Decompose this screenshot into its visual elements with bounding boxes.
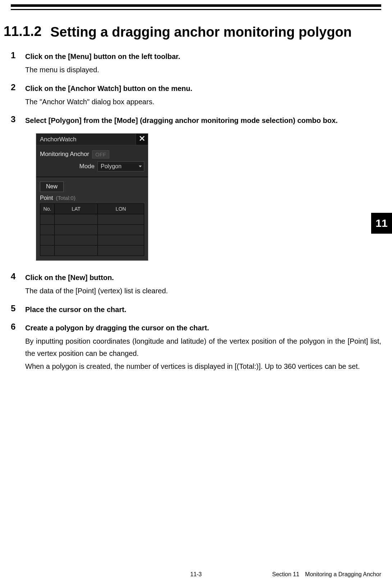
step: 1 Click on the [Menu] button on the left… [11,50,381,76]
anchor-watch-dialog-figure: AnchorWatch Monitoring Anchor OFF Mode P… [36,133,381,261]
dialog-titlebar: AnchorWatch [36,134,148,145]
point-table: No. LAT LON [40,203,144,256]
step-number: 4 [11,271,25,281]
chevron-down-icon [139,165,142,167]
point-label: Point [40,195,53,201]
step-title: Place the cursor on the chart. [25,304,381,315]
step: 5 Place the cursor on the chart. [11,303,381,315]
step-number: 5 [11,303,25,313]
monitoring-anchor-label: Monitoring Anchor [40,151,89,158]
close-icon [139,136,145,143]
step-desc: The "Anchor Watch" dialog box appears. [25,96,381,108]
step-number: 3 [11,114,25,124]
step-title: Create a polygon by dragging the cursor … [25,322,381,334]
table-row[interactable] [40,245,144,256]
page-footer: 11-3 Section 11 Monitoring a Dragging An… [0,571,392,578]
table-row[interactable] [40,214,144,224]
step-title: Select [Polygon] from the [Mode] (draggi… [25,115,381,126]
table-row[interactable] [40,224,144,235]
anchor-watch-dialog: AnchorWatch Monitoring Anchor OFF Mode P… [36,133,148,261]
section-label: Section 11 Monitoring a Dragging Anchor [272,571,381,578]
section-heading: 11.1.2 Setting a dragging anchor monitor… [4,24,381,41]
sub-rule [11,9,381,10]
step-number: 6 [11,322,25,332]
chapter-tab: 11 [371,213,392,234]
heading-text: Setting a dragging anchor monitoring pol… [50,24,352,41]
table-row[interactable] [40,235,144,245]
col-lat: LAT [55,203,98,214]
point-total: (Total:0) [56,195,75,201]
new-button[interactable]: New [40,182,64,192]
page-number: 11-3 [190,571,202,578]
step-desc: When a polygon is created, the number of… [25,360,381,372]
monitoring-anchor-toggle[interactable]: OFF [92,150,109,159]
step-title: Click on the [New] button. [25,272,381,283]
col-no: No. [40,203,55,214]
dialog-title: AnchorWatch [36,134,136,145]
step: 2 Click on the [Anchor Watch] button on … [11,82,381,108]
step-desc: The data of the [Point] (vertex) list is… [25,285,381,297]
heading-number: 11.1.2 [4,24,50,39]
step: 4 Click on the [New] button. The data of… [11,271,381,297]
step: 6 Create a polygon by dragging the curso… [11,322,381,372]
step-number: 2 [11,82,25,92]
step-title: Click on the [Menu] button on the left t… [25,51,381,62]
step-number: 1 [11,50,25,60]
step-title: Click on the [Anchor Watch] button on th… [25,83,381,94]
top-rule [11,4,381,7]
col-lon: LON [98,203,144,214]
step-desc: The menu is displayed. [25,64,381,76]
close-button[interactable] [136,134,148,145]
mode-combo[interactable]: Polygon [97,161,144,171]
step: 3 Select [Polygon] from the [Mode] (drag… [11,114,381,126]
step-desc: By inputting position coordinates (longi… [25,335,381,359]
mode-label: Mode [79,163,95,170]
mode-combo-value: Polygon [101,163,122,170]
